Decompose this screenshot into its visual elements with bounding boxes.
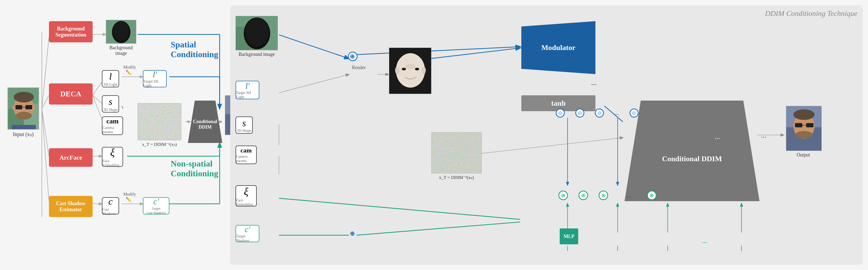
svg-text:...: ... — [702, 236, 707, 245]
svg-text:...: ... — [591, 78, 597, 87]
right-title: DDIM Conditioning Technique — [765, 9, 858, 18]
svg-line-54 — [431, 48, 520, 59]
bg-image-label-left: Background image — [104, 45, 137, 56]
modulator-box: Modulator — [521, 21, 595, 74]
noise-image-right — [431, 132, 482, 173]
spatial-conditioning-label: SpatialConditioning — [171, 40, 218, 59]
output-photo-right — [786, 106, 822, 151]
mlp-4: MLP — [560, 229, 578, 244]
l-prime-box: l' Target SH Light — [143, 70, 167, 87]
svg-point-36 — [32, 105, 35, 110]
modify-label: Modify — [123, 65, 136, 70]
edit-icon: ✏️ — [126, 70, 131, 76]
right-diagram: DDIM Conditioning Technique — [230, 5, 863, 265]
conditional-ddim-left: ConditionalDDIM — [188, 100, 222, 143]
bg-thumbnail — [106, 20, 136, 44]
svg-point-86 — [402, 68, 406, 70]
bg-seg-box: BackgroundSegmentation — [49, 21, 93, 42]
cam-right: cam Camera params — [236, 146, 257, 164]
svg-point-89 — [422, 67, 426, 74]
dot-circle-2: ⊙ — [575, 109, 584, 118]
svg-point-87 — [415, 68, 419, 70]
main-container: Input (x₀) BackgroundSegmentation Backgr… — [0, 0, 868, 270]
svg-line-55 — [357, 47, 520, 55]
svg-line-1 — [42, 95, 49, 109]
svg-point-85 — [405, 64, 416, 69]
xi-symbol-box: ξ Face Embedding — [102, 147, 123, 167]
svg-point-35 — [12, 105, 16, 110]
svg-point-33 — [16, 112, 32, 120]
svg-line-8 — [93, 95, 102, 119]
mult-circle-3: ⊗ — [598, 190, 608, 200]
svg-rect-94 — [795, 123, 802, 127]
svg-rect-90 — [432, 132, 482, 173]
s-right: s 3D Shape — [236, 117, 253, 134]
input-face — [7, 87, 39, 130]
xt-label-right: x_T = DDIM⁻¹(x₀) — [427, 175, 486, 180]
mult-circle-1: ⊗ — [558, 190, 568, 200]
svg-line-7 — [93, 95, 102, 103]
mult-circle-4: ⊗ — [647, 190, 656, 200]
svg-line-15 — [122, 106, 123, 109]
deca-box: DECA — [49, 83, 93, 104]
svg-rect-30 — [16, 105, 22, 109]
svg-rect-31 — [25, 105, 32, 109]
input-label: Input (x₀) — [7, 131, 39, 138]
edit-icon-c: ✏️ — [126, 197, 131, 203]
render-label: Render — [352, 65, 366, 70]
svg-line-0 — [42, 37, 49, 109]
right-dots-1: ... — [761, 131, 766, 140]
cam-symbol-box: cam Camera params — [102, 117, 123, 135]
bg-image-label-right: Background image — [236, 52, 278, 57]
cast-shadow-box: Cast ShadowEstimator — [49, 196, 93, 217]
bg-thumbnail-right — [236, 16, 278, 50]
svg-point-88 — [395, 67, 399, 74]
svg-rect-41 — [138, 103, 181, 140]
svg-point-97 — [796, 131, 812, 139]
modify-label-c: Modify — [123, 192, 136, 197]
svg-point-34 — [14, 92, 34, 102]
svg-point-98 — [794, 109, 814, 120]
left-diagram: Input (x₀) BackgroundSegmentation Backgr… — [5, 5, 222, 265]
ddim-dots: ... — [714, 132, 720, 141]
svg-line-51 — [279, 35, 349, 59]
svg-rect-37 — [12, 125, 36, 130]
svg-point-84 — [396, 53, 425, 88]
svg-line-3 — [42, 109, 49, 201]
svg-line-63 — [480, 138, 623, 153]
conditional-ddim-right: Conditional DDIM — [624, 100, 760, 201]
mult-circle-2: ⊗ — [579, 190, 588, 200]
xt-label-left: x_T = DDIM⁻¹(x₀) — [134, 142, 185, 147]
l-symbol-box: l SH Light — [102, 70, 119, 87]
svg-point-40 — [113, 22, 129, 41]
svg-line-52 — [279, 74, 349, 93]
dot-circle-1: ⊙ — [556, 109, 565, 118]
arcface-box: ArcFace — [49, 148, 93, 167]
svg-rect-95 — [806, 123, 813, 127]
nonspatial-conditioning-label: Non-spatialConditioning — [171, 159, 218, 178]
noise-image-left — [137, 103, 181, 140]
svg-point-82 — [245, 18, 269, 46]
s-symbol-box: s 3D Shape — [102, 95, 119, 113]
white-face-render — [389, 48, 431, 94]
l-prime-right: l' Target SH Light — [236, 81, 259, 99]
dot-circle-4: ⊙ — [629, 109, 639, 118]
output-label-right: Output — [788, 152, 818, 158]
c-prime-right: c' Target Shadows — [236, 225, 259, 242]
dot-circle-3: ⊙ — [595, 109, 604, 118]
svg-line-2 — [42, 109, 49, 156]
svg-line-6 — [93, 82, 102, 95]
c-symbol-box: c Cast Shadows — [102, 197, 119, 214]
svg-line-60 — [279, 198, 520, 219]
svg-line-62 — [357, 222, 520, 235]
xi-right: ξ Face Embedding — [236, 185, 257, 207]
c-prime-box: c' TargetCast Shadows — [143, 197, 169, 214]
